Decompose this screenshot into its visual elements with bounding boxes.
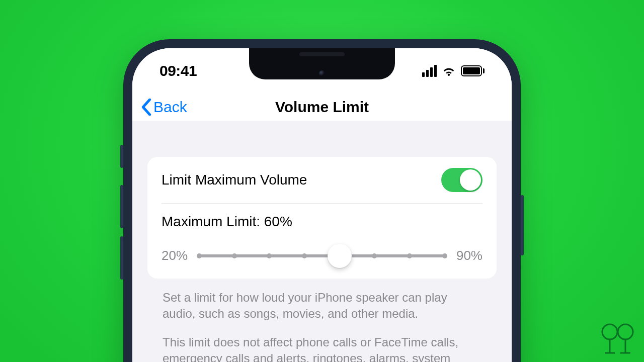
slider-track xyxy=(197,254,447,257)
watermark-logo-icon xyxy=(598,322,638,357)
toggle-label: Limit Maximum Volume xyxy=(162,172,307,188)
phone-volume-up-button xyxy=(120,185,123,228)
wifi-icon xyxy=(442,65,456,76)
volume-limit-slider[interactable] xyxy=(197,250,447,262)
status-time: 09:41 xyxy=(159,62,197,79)
slider-ticks xyxy=(197,254,447,257)
footer-paragraph-2: This limit does not affect phone calls o… xyxy=(163,334,481,362)
svg-point-0 xyxy=(602,324,617,339)
phone-device-frame: 09:41 Back Volu xyxy=(123,39,521,362)
cellular-signal-icon xyxy=(422,65,437,77)
slider-max-label: 90% xyxy=(456,248,482,263)
back-button[interactable]: Back xyxy=(141,99,187,116)
slider-thumb[interactable] xyxy=(328,244,352,268)
slider-row: 20% 90% xyxy=(162,248,482,263)
slider-label: Maximum Limit: 60% xyxy=(162,214,482,230)
page-title: Volume Limit xyxy=(275,99,369,116)
limit-max-volume-row: Limit Maximum Volume xyxy=(147,157,497,203)
chevron-left-icon xyxy=(141,99,151,116)
phone-volume-down-button xyxy=(120,236,123,280)
battery-icon xyxy=(461,65,485,76)
back-label: Back xyxy=(153,99,187,116)
phone-screen: 09:41 Back Volu xyxy=(132,48,512,362)
phone-notch xyxy=(249,48,395,79)
settings-card: Limit Maximum Volume Maximum Limit: 60% … xyxy=(147,157,497,279)
slider-min-label: 20% xyxy=(162,248,188,263)
navigation-header: Back Volume Limit xyxy=(132,94,512,121)
phone-power-button xyxy=(521,195,524,255)
settings-footer-text: Set a limit for how loud your iPhone spe… xyxy=(147,279,497,362)
maximum-limit-section: Maximum Limit: 60% 20% xyxy=(147,204,497,279)
status-icons xyxy=(422,65,485,77)
phone-side-button xyxy=(120,145,123,168)
footer-paragraph-1: Set a limit for how loud your iPhone spe… xyxy=(163,290,481,322)
limit-max-volume-switch[interactable] xyxy=(441,168,482,192)
settings-content: Limit Maximum Volume Maximum Limit: 60% … xyxy=(132,121,512,362)
svg-point-1 xyxy=(618,324,633,339)
